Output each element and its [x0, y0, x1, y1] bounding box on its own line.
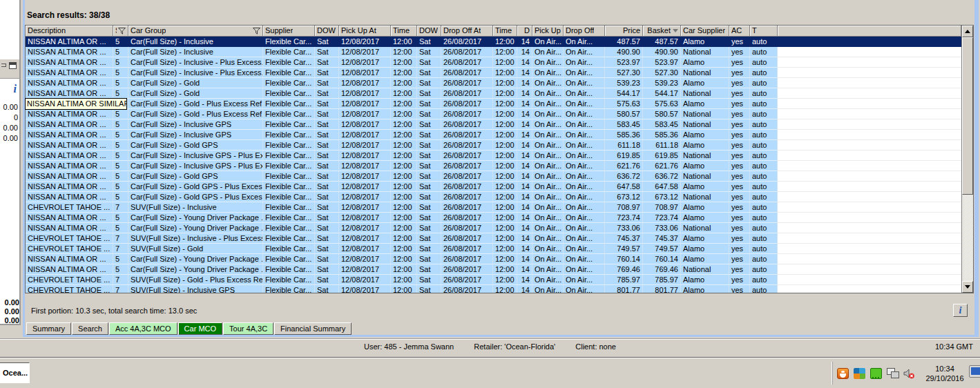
cell[interactable]: Flexible Car...: [263, 130, 315, 140]
volume-muted-icon[interactable]: [903, 368, 915, 379]
cell[interactable]: Sat: [417, 233, 441, 244]
cell[interactable]: Flexible Car...: [263, 119, 315, 130]
cell[interactable]: 487.57: [605, 37, 643, 47]
column-header-dow[interactable]: DOW: [417, 26, 441, 37]
result-row[interactable]: CHEVROLET TAHOE ...7SUV(Full Size) - Inc…: [26, 202, 961, 213]
cell[interactable]: 801.77: [605, 285, 643, 293]
cell[interactable]: Car(Full Size) - Inclusive GPS: [128, 119, 263, 130]
cell[interactable]: 14: [517, 151, 532, 161]
column-header-description[interactable]: Description: [26, 26, 113, 37]
cell[interactable]: 12/08/2017: [339, 275, 391, 285]
cell[interactable]: Alamo: [681, 99, 729, 109]
cell[interactable]: 760.14: [605, 254, 643, 264]
cell[interactable]: Sat: [417, 37, 441, 47]
cell[interactable]: auto: [750, 182, 778, 192]
result-row[interactable]: NISSAN ALTIMA OR ...5Car(Full Size) - In…: [26, 57, 961, 68]
cell[interactable]: 5: [113, 213, 128, 223]
result-row[interactable]: NISSAN ALTIMA OR ...5Car(Full Size) - Go…: [26, 109, 961, 119]
cell[interactable]: 580.57: [605, 109, 643, 119]
cell[interactable]: Flexible Car...: [263, 182, 315, 192]
cell[interactable]: On Air...: [532, 264, 564, 275]
cell[interactable]: 26/08/2017: [441, 78, 493, 88]
cell[interactable]: yes: [729, 264, 750, 275]
cell[interactable]: 26/08/2017: [441, 161, 493, 171]
cell[interactable]: CHEVROLET TAHOE ...: [26, 233, 113, 244]
cell[interactable]: [778, 37, 961, 47]
cell[interactable]: 12:00: [493, 37, 517, 47]
cell[interactable]: NISSAN ALTIMA OR ...: [26, 37, 113, 47]
cell[interactable]: 5: [113, 254, 128, 264]
cell[interactable]: yes: [729, 99, 750, 109]
cell[interactable]: Sat: [315, 213, 339, 223]
cell[interactable]: CHEVROLET TAHOE ...: [26, 202, 113, 213]
cell[interactable]: 583.45: [643, 119, 681, 130]
cell[interactable]: NISSAN ALTIMA OR ...: [26, 192, 113, 202]
cell[interactable]: 611.18: [605, 140, 643, 151]
cell[interactable]: Alamo: [681, 285, 729, 293]
result-row[interactable]: NISSAN ALTIMA OR ...5Car(Full Size) - Go…: [26, 88, 961, 99]
cell[interactable]: 5: [113, 47, 128, 57]
display-icon[interactable]: [969, 365, 980, 378]
cell[interactable]: 5: [113, 109, 128, 119]
cell[interactable]: 26/08/2017: [441, 202, 493, 213]
cell[interactable]: [778, 182, 961, 192]
cell[interactable]: 801.77: [643, 285, 681, 293]
cell[interactable]: Sat: [417, 140, 441, 151]
cell[interactable]: NISSAN ALTIMA OR ...: [26, 119, 113, 130]
cell[interactable]: yes: [729, 161, 750, 171]
cell[interactable]: Sat: [417, 151, 441, 161]
cell[interactable]: 12:00: [493, 182, 517, 192]
cell[interactable]: 5: [113, 88, 128, 99]
cell[interactable]: 5: [113, 78, 128, 88]
cell[interactable]: 5: [113, 182, 128, 192]
cell[interactable]: 733.06: [643, 223, 681, 233]
cell[interactable]: 26/08/2017: [441, 244, 493, 254]
cell[interactable]: National: [681, 68, 729, 78]
cell[interactable]: Sat: [417, 244, 441, 254]
cell[interactable]: 14: [517, 223, 532, 233]
cell[interactable]: 12:00: [391, 244, 417, 254]
cell[interactable]: 12:00: [391, 99, 417, 109]
cell[interactable]: auto: [750, 78, 778, 88]
column-header-drop-off[interactable]: Drop Off: [564, 26, 605, 37]
cell[interactable]: 14: [517, 244, 532, 254]
cell[interactable]: Flexible Car...: [263, 233, 315, 244]
cell[interactable]: On Air...: [532, 171, 564, 182]
cell[interactable]: [778, 88, 961, 99]
cell[interactable]: 621.76: [643, 161, 681, 171]
cell[interactable]: yes: [729, 202, 750, 213]
cell[interactable]: [778, 140, 961, 151]
cell[interactable]: Sat: [417, 223, 441, 233]
cell[interactable]: 12:00: [391, 130, 417, 140]
cell[interactable]: 12/08/2017: [339, 244, 391, 254]
cell[interactable]: 12/08/2017: [339, 119, 391, 130]
cell[interactable]: auto: [750, 244, 778, 254]
cell[interactable]: 647.58: [643, 182, 681, 192]
cell[interactable]: On Air...: [564, 171, 605, 182]
cell[interactable]: Sat: [315, 151, 339, 161]
cell[interactable]: 5: [113, 264, 128, 275]
cell[interactable]: On Air...: [532, 161, 564, 171]
cell[interactable]: [778, 109, 961, 119]
cell[interactable]: [778, 161, 961, 171]
cell[interactable]: On Air...: [532, 192, 564, 202]
cell[interactable]: Flexible Car...: [263, 78, 315, 88]
result-row[interactable]: NISSAN ALTIMA OR ...5Car(Full Size) - In…: [26, 151, 961, 161]
cell[interactable]: 12:00: [391, 264, 417, 275]
info-button[interactable]: i: [953, 304, 968, 317]
column-header-pick-up-at[interactable]: Pick Up At: [339, 26, 391, 37]
cell[interactable]: Sat: [315, 171, 339, 182]
cell[interactable]: auto: [750, 254, 778, 264]
cell[interactable]: On Air...: [564, 109, 605, 119]
cell[interactable]: On Air...: [532, 88, 564, 99]
cell[interactable]: Flexible Car...: [263, 151, 315, 161]
cell[interactable]: auto: [750, 161, 778, 171]
cell[interactable]: 14: [517, 275, 532, 285]
result-row[interactable]: NISSAN ALTIMA OR ...5Car(Full Size) - In…: [26, 68, 961, 78]
result-row[interactable]: NISSAN ALTIMA OR ...5Car(Full Size) - Yo…: [26, 254, 961, 264]
cell[interactable]: Alamo: [681, 233, 729, 244]
result-row[interactable]: CHEVROLET TAHOE ...7SUV(Full Size) - Gol…: [26, 244, 961, 254]
cell[interactable]: 487.57: [643, 37, 681, 47]
cell[interactable]: Flexible Car...: [263, 285, 315, 293]
cell[interactable]: Sat: [315, 223, 339, 233]
